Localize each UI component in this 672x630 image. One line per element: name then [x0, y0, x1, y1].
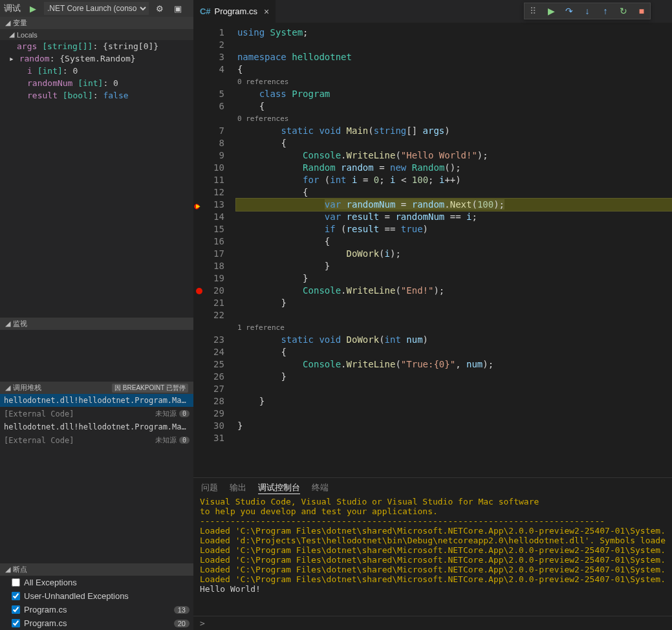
var-randomNum[interactable]: randomNum [int]: 0 [0, 77, 193, 89]
tab-output[interactable]: 输出 [230, 482, 246, 494]
callstack-status: 因 BREAKPOINT 已暂停 [112, 384, 188, 393]
debug-label: 调试 [4, 3, 21, 14]
editor-group: C# Program.cs × 1234 56 78910 1112 ▶13 1… [193, 0, 672, 630]
tab-program-cs[interactable]: C# Program.cs × [193, 0, 276, 23]
restart-button[interactable]: ↻ [618, 5, 629, 17]
step-over-button[interactable]: ↷ [563, 5, 575, 17]
watch-header[interactable]: ◢监视 [0, 318, 193, 330]
tab-debug-console[interactable]: 调试控制台 [258, 482, 300, 494]
bp-user-exceptions[interactable]: User-Unhandled Exceptions [0, 589, 193, 603]
debug-console[interactable]: Visual Studio Code, Visual Studio or Vis… [193, 497, 672, 616]
repl-input[interactable]: > [193, 616, 672, 630]
callstack-spacer [0, 447, 193, 563]
current-execution-line: var randomNum = random.Next(100); [236, 199, 672, 211]
drag-handle-icon[interactable]: ⠿ [527, 5, 539, 17]
callstack-frame[interactable]: hellodotnet.dll!hellodotnet.Program.Ma… [0, 420, 193, 433]
var-i[interactable]: i [int]: 0 [0, 65, 193, 77]
callstack-list: hellodotnet.dll!hellodotnet.Program.Ma… … [0, 394, 193, 447]
bp-all-exceptions[interactable]: All Exceptions [0, 576, 193, 589]
panel-tabs: 问题 输出 调试控制台 终端 [193, 478, 672, 497]
gear-icon[interactable]: ⚙ [153, 1, 167, 16]
bp-checkbox[interactable] [12, 605, 20, 614]
debug-toolbar[interactable]: ⠿ ▶ ↷ ↓ ↑ ↻ ■ [524, 3, 651, 19]
debug-console-toggle-icon[interactable]: ▣ [171, 1, 185, 16]
variables-header[interactable]: ◢变量 [0, 17, 193, 29]
breakpoint-gutter[interactable]: 20 [193, 285, 236, 297]
locals-header[interactable]: ◢Locals [0, 29, 193, 40]
bottom-panel: 问题 输出 调试控制台 终端 Visual Studio Code, Visua… [193, 477, 672, 630]
debug-sidebar: 调试 ▶ .NET Core Launch (conso ⚙ ▣ ◢变量 ◢Lo… [0, 0, 193, 630]
debug-top-row: 调试 ▶ .NET Core Launch (conso ⚙ ▣ [0, 0, 193, 17]
step-into-button[interactable]: ↓ [581, 5, 593, 17]
bp-checkbox[interactable] [12, 619, 20, 627]
step-out-button[interactable]: ↑ [600, 5, 611, 17]
breakpoints-header[interactable]: ◢断点 [0, 563, 193, 576]
gutter: 1234 56 78910 1112 ▶13 14151617 1819 20 … [193, 23, 236, 477]
tab-label: Program.cs [215, 6, 257, 16]
bp-checkbox[interactable] [12, 578, 20, 587]
callstack-frame[interactable]: [External Code]未知源0 [0, 407, 193, 420]
callstack-header[interactable]: ◢调用堆栈因 BREAKPOINT 已暂停 [0, 382, 193, 394]
var-random[interactable]: ▸ random: {System.Random} [0, 52, 193, 65]
console-output-line: Hello World! [200, 584, 666, 594]
tab-terminal[interactable]: 终端 [312, 482, 329, 494]
close-icon[interactable]: × [264, 6, 269, 17]
code-editor[interactable]: 1234 56 78910 1112 ▶13 14151617 1819 20 … [193, 23, 672, 477]
var-result[interactable]: result [bool]: false [0, 89, 193, 102]
start-debug-icon[interactable]: ▶ [26, 1, 40, 16]
bp-file[interactable]: Program.cs13 [0, 603, 193, 616]
tab-problems[interactable]: 问题 [201, 482, 218, 494]
breakpoints-list: All Exceptions User-Unhandled Exceptions… [0, 576, 193, 630]
bp-checkbox[interactable] [12, 592, 20, 600]
launch-config-select[interactable]: .NET Core Launch (conso [44, 2, 149, 15]
watch-body [0, 330, 193, 382]
callstack-frame[interactable]: [External Code]未知源0 [0, 433, 193, 447]
csharp-file-icon: C# [200, 6, 211, 16]
callstack-frame[interactable]: hellodotnet.dll!hellodotnet.Program.Ma… [0, 394, 193, 407]
locals-list: args [string[]]: {string[0]} ▸ random: {… [0, 40, 193, 104]
code-body[interactable]: using System; namespace hellodotnet { 0 … [236, 23, 672, 477]
current-breakpoint-gutter[interactable]: ▶13 [193, 199, 236, 211]
var-args[interactable]: args [string[]]: {string[0]} [0, 40, 193, 52]
bp-file[interactable]: Program.cs20 [0, 616, 193, 630]
stop-button[interactable]: ■ [636, 5, 647, 17]
continue-button[interactable]: ▶ [545, 5, 557, 17]
